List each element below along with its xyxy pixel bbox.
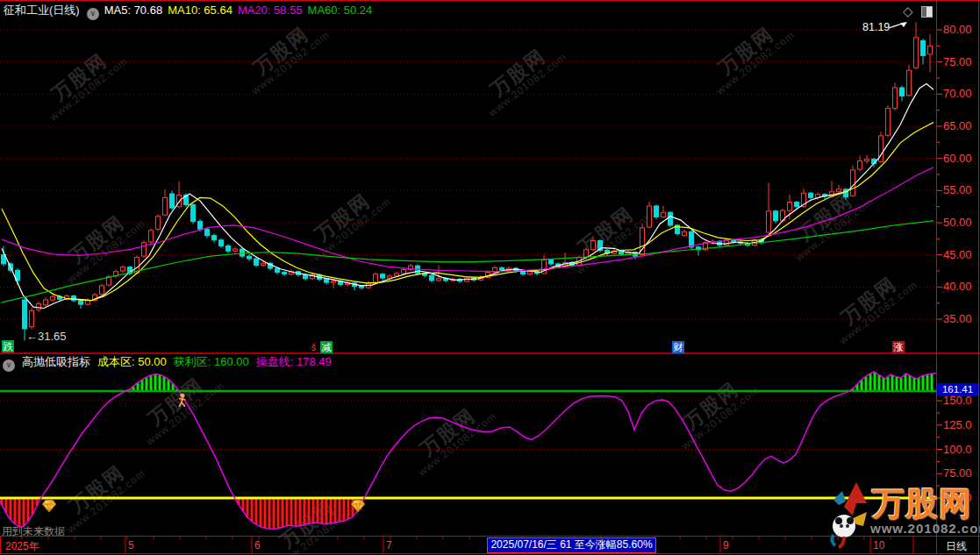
price-axis-label: 70.00 [943, 87, 972, 100]
split-window-icon[interactable] [921, 6, 933, 18]
price-axis-label: 50.00 [943, 216, 972, 229]
badge-fall: 跌 [2, 340, 14, 352]
indicator-axis-label: 100.0 [943, 443, 972, 456]
ma-line-ma60 [2, 221, 934, 302]
candlestick-chart[interactable] [0, 0, 980, 555]
candle-body [851, 170, 855, 196]
candle-body [584, 250, 589, 258]
candle-body [283, 272, 287, 274]
indicator-bar-down [23, 498, 25, 526]
month-label[interactable]: 7 [386, 539, 392, 551]
collapse-indicator-icon[interactable]: ∨ [87, 8, 99, 20]
indicator-bar-down [312, 498, 315, 523]
indicator-bar-up [878, 375, 881, 391]
candle-body [360, 287, 364, 288]
indicator-bar-down [277, 498, 280, 529]
candle-body [388, 276, 392, 278]
diamond-gadget-icon[interactable]: ◇ [903, 4, 913, 19]
main-chart-header: 征和工业(日线)∨MA5: 70.68MA10: 65.64MA20: 58.5… [4, 3, 377, 20]
candle-body [240, 249, 245, 256]
candle-body [44, 300, 48, 305]
year-label[interactable]: 2025年 [5, 539, 39, 554]
logo-url-text: www.201082.com [870, 521, 980, 536]
price-axis-label: 75.00 [943, 55, 972, 68]
indicator-bar-up [865, 376, 868, 391]
indicator-bar-up [896, 377, 898, 391]
candle-body [191, 204, 196, 221]
ma5-value: MA5: 70.68 [104, 4, 163, 17]
candle-body [226, 245, 231, 251]
indicator-bar-down [290, 498, 293, 525]
candle-body [37, 303, 41, 310]
candle-body [205, 229, 210, 235]
candle-body [212, 236, 217, 240]
indicator-name: 高抛低吸指标 [22, 355, 90, 368]
candle-body [156, 217, 161, 230]
candle-body [865, 159, 869, 160]
indicator-bar-down [308, 498, 311, 523]
indicator-bar-down [268, 498, 271, 529]
candle-body [304, 274, 308, 278]
candle-body [79, 301, 83, 304]
candle-body [261, 263, 266, 265]
badge-wealth: 财 [672, 341, 684, 353]
indicator-bar-up [891, 375, 894, 391]
indicator-bar-down [18, 498, 21, 527]
month-label[interactable]: 6 [254, 539, 261, 551]
indicator-header: ∨高抛低吸指标成本区: 50.00获利区: 160.00操盘线: 178.49 [3, 354, 339, 372]
candle-body [795, 203, 799, 207]
candle-body [395, 274, 399, 276]
indicator-bar-down [334, 498, 337, 523]
candle-body [837, 189, 841, 192]
candle-body [30, 310, 34, 326]
candle-body [437, 279, 441, 281]
indicator-bar-up [931, 374, 934, 391]
indicator-bar-up [918, 378, 920, 391]
indicator-bar-down [282, 498, 284, 527]
indicator-current-value: 161.41 [937, 383, 978, 396]
indicator-bar-down [273, 498, 275, 529]
indicator-bar-up [883, 378, 885, 391]
indicator-bar-down [304, 498, 306, 525]
indicator-bar-down [343, 498, 346, 521]
indicator-bar-up [926, 374, 929, 391]
operate-line-value: 操盘线: 178.49 [256, 355, 332, 368]
badge-rise: 涨 [892, 341, 905, 353]
collapse-indicator2-icon[interactable]: ∨ [3, 359, 15, 372]
indicator-bar-down [27, 498, 30, 522]
candle-body [23, 300, 27, 329]
month-label[interactable]: 9 [723, 539, 729, 551]
indicator-bar-down [286, 498, 289, 526]
indicator-bar-down [247, 498, 249, 517]
indicator-bar-down [321, 498, 324, 523]
candle-body [683, 231, 687, 235]
indicator-bar-up [922, 376, 925, 391]
indicator-bar-down [347, 498, 350, 519]
indicator-bar-up [163, 377, 166, 391]
price-axis-label: 60.00 [943, 152, 972, 165]
candle-body [774, 211, 778, 221]
date-info-box: 2025/07/16/三 61 至今涨幅85.60% [487, 537, 656, 553]
indicator-bar-up [900, 378, 903, 391]
price-axis-label: 80.00 [943, 23, 972, 36]
stock-app-window: { "header": { "title": "征和工业(日线)", "ma5"… [0, 0, 980, 555]
candle-body [142, 243, 147, 256]
indicator-bar-down [251, 498, 254, 521]
month-label[interactable]: 5 [128, 539, 134, 551]
indicator-bar-up [913, 378, 916, 391]
future-data-note: 用到未来数据 [2, 524, 65, 539]
candle-body [100, 286, 104, 295]
candle-body [662, 212, 666, 217]
candle-body [788, 203, 792, 211]
candle-body [907, 70, 912, 96]
candle-body [219, 240, 224, 246]
indicator-bar-down [260, 498, 262, 527]
candle-body [254, 259, 259, 265]
candle-body [928, 46, 933, 54]
candle-body [402, 270, 406, 274]
candle-body [430, 275, 434, 281]
candle-body [247, 256, 252, 259]
indicator-bar-down [14, 498, 17, 524]
candle-body [149, 231, 154, 242]
badge-s-mark: ŝ [311, 343, 316, 352]
